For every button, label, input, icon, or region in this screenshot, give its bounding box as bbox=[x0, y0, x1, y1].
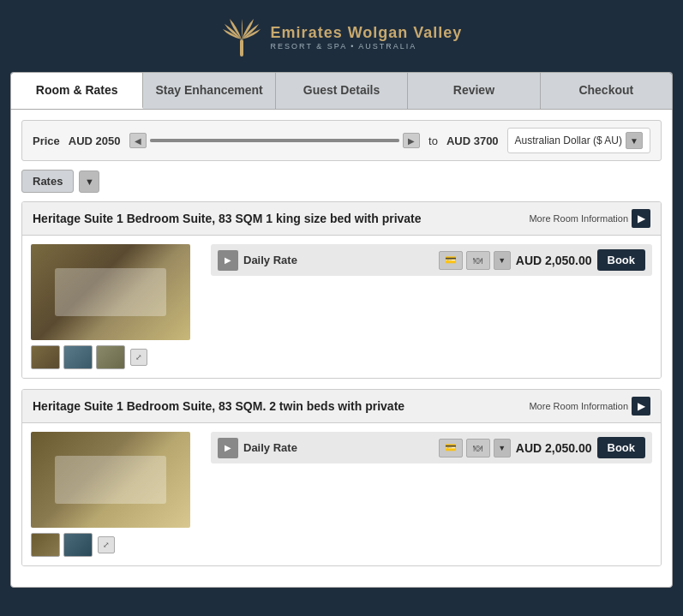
slider-track[interactable] bbox=[150, 139, 400, 142]
slider-fill bbox=[150, 139, 400, 142]
room-1-rate-row: ▶ Daily Rate 💳 🍽 ▼ AUD 2,050.00 Book bbox=[211, 244, 652, 276]
logo-icon bbox=[221, 15, 262, 60]
room-1-more-info-arrow[interactable]: ▶ bbox=[632, 209, 650, 228]
range-slider[interactable]: ◀ ▶ bbox=[129, 133, 421, 148]
room-1-gallery: ⤢ bbox=[31, 244, 202, 369]
room-2-more-info[interactable]: More Room Information ▶ bbox=[529, 397, 650, 416]
room-2-gallery: ⤢ bbox=[31, 432, 202, 557]
room-1-thumb-3[interactable] bbox=[96, 345, 125, 369]
price-min-value: AUD 2050 bbox=[69, 135, 121, 147]
room-2-more-info-arrow[interactable]: ▶ bbox=[632, 397, 650, 416]
currency-dropdown-btn[interactable]: ▼ bbox=[626, 132, 643, 149]
bed-image-1 bbox=[31, 244, 190, 340]
room-1-rate-label: Daily Rate bbox=[243, 254, 434, 266]
price-filter: Price AUD 2050 ◀ ▶ to AUD 3700 Australia… bbox=[21, 120, 662, 161]
header: Emirates Wolgan Valley Resort & Spa • Au… bbox=[0, 0, 683, 72]
room-2-rate-row: ▶ Daily Rate 💳 🍽 ▼ AUD 2,050.00 Book bbox=[211, 432, 652, 463]
to-label: to bbox=[428, 135, 438, 147]
room-1-thumb-2[interactable] bbox=[63, 345, 93, 369]
logo-subtitle: Resort & Spa • Australia bbox=[271, 42, 463, 51]
room-1-rate-dropdown[interactable]: ▼ bbox=[494, 251, 511, 270]
room-2-header: Heritage Suite 1 Bedroom Suite, 83 SQM. … bbox=[22, 390, 661, 423]
rates-button[interactable]: Rates bbox=[21, 170, 74, 193]
room-1-more-info-label: More Room Information bbox=[529, 213, 628, 224]
room-1-body: ⤢ ▶ Daily Rate 💳 🍽 ▼ AUD 2,050.00 Book bbox=[22, 236, 661, 378]
room-1-price: AUD 2,050.00 bbox=[516, 254, 592, 267]
tab-room-rates[interactable]: Room & Rates bbox=[11, 73, 143, 109]
svg-rect-0 bbox=[240, 39, 243, 57]
room-1-rate-panel: ▶ Daily Rate 💳 🍽 ▼ AUD 2,050.00 Book bbox=[202, 244, 652, 369]
bed-shape-1 bbox=[55, 268, 166, 316]
room-1-meal-icon[interactable]: 🍽 bbox=[466, 251, 490, 270]
room-card-2: Heritage Suite 1 Bedroom Suite, 83 SQM. … bbox=[21, 389, 662, 566]
currency-select[interactable]: Australian Dollar ($ AU) ▼ bbox=[507, 128, 650, 153]
room-2-meal-icon[interactable]: 🍽 bbox=[466, 439, 490, 458]
tab-guest-details[interactable]: Guest Details bbox=[276, 73, 408, 109]
nav-tabs: Room & Rates Stay Enhancement Guest Deta… bbox=[10, 72, 673, 109]
room-2-rate-dropdown[interactable]: ▼ bbox=[494, 439, 511, 458]
slider-left-arrow[interactable]: ◀ bbox=[129, 133, 147, 148]
tab-stay-enhancement[interactable]: Stay Enhancement bbox=[143, 73, 275, 109]
room-1-expand-icon[interactable]: ⤢ bbox=[130, 349, 147, 366]
room-2-main-image[interactable] bbox=[31, 432, 190, 528]
room-1-thumb-1[interactable] bbox=[31, 345, 60, 369]
room-2-rate-label: Daily Rate bbox=[243, 441, 434, 454]
room-2-thumb-1[interactable] bbox=[31, 533, 60, 557]
room-2-rate-panel: ▶ Daily Rate 💳 🍽 ▼ AUD 2,050.00 Book bbox=[202, 432, 652, 557]
bed-shape-2 bbox=[55, 456, 166, 504]
room-card-1: Heritage Suite 1 Bedroom Suite, 83 SQM 1… bbox=[21, 201, 662, 379]
room-1-main-image[interactable] bbox=[31, 244, 190, 340]
room-1-thumbnails: ⤢ bbox=[31, 345, 202, 369]
room-2-title: Heritage Suite 1 Bedroom Suite, 83 SQM. … bbox=[33, 399, 404, 413]
room-1-play-button[interactable]: ▶ bbox=[218, 250, 238, 271]
logo-title: Emirates Wolgan Valley bbox=[271, 24, 463, 43]
room-1-title: Heritage Suite 1 Bedroom Suite, 83 SQM 1… bbox=[33, 212, 422, 225]
tab-review[interactable]: Review bbox=[408, 73, 540, 109]
room-2-rate-icons: 💳 🍽 ▼ bbox=[439, 439, 511, 458]
main-content: Price AUD 2050 ◀ ▶ to AUD 3700 Australia… bbox=[10, 109, 673, 588]
room-2-body: ⤢ ▶ Daily Rate 💳 🍽 ▼ AUD 2,050.00 Book bbox=[22, 423, 661, 565]
room-1-book-button[interactable]: Book bbox=[597, 249, 646, 271]
logo-text: Emirates Wolgan Valley Resort & Spa • Au… bbox=[271, 24, 463, 51]
bed-image-2 bbox=[31, 432, 190, 528]
room-2-thumbnails: ⤢ bbox=[31, 533, 202, 557]
slider-right-arrow[interactable]: ▶ bbox=[403, 133, 420, 148]
tab-checkout[interactable]: Checkout bbox=[541, 73, 672, 109]
price-max-value: AUD 3700 bbox=[446, 135, 499, 147]
room-2-book-button[interactable]: Book bbox=[597, 437, 646, 458]
room-2-play-button[interactable]: ▶ bbox=[218, 438, 238, 458]
room-2-expand-icon[interactable]: ⤢ bbox=[98, 536, 115, 553]
room-2-info-icon[interactable]: 💳 bbox=[439, 439, 463, 458]
currency-label: Australian Dollar ($ AU) bbox=[515, 135, 622, 147]
room-2-thumb-2[interactable] bbox=[63, 533, 93, 557]
rates-row: Rates ▼ bbox=[21, 170, 662, 193]
rates-dropdown-button[interactable]: ▼ bbox=[79, 170, 99, 193]
logo-container: Emirates Wolgan Valley Resort & Spa • Au… bbox=[221, 15, 463, 60]
price-label: Price bbox=[33, 135, 60, 147]
room-1-more-info[interactable]: More Room Information ▶ bbox=[529, 209, 650, 228]
room-2-price: AUD 2,050.00 bbox=[516, 441, 592, 455]
room-2-more-info-label: More Room Information bbox=[529, 401, 628, 411]
room-1-info-icon[interactable]: 💳 bbox=[439, 251, 463, 270]
room-1-rate-icons: 💳 🍽 ▼ bbox=[439, 251, 511, 270]
room-1-header: Heritage Suite 1 Bedroom Suite, 83 SQM 1… bbox=[22, 202, 661, 236]
